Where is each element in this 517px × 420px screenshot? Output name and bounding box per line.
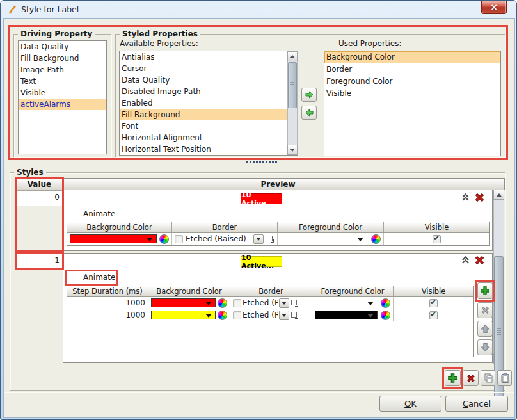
used-item[interactable]: Foreground Color	[324, 76, 500, 88]
used-item-selected[interactable]: Background Color	[324, 51, 500, 63]
scroll-up-button[interactable]	[287, 51, 298, 61]
delete-style-icon[interactable]	[473, 254, 486, 268]
preview-column-header[interactable]: Preview	[63, 179, 493, 190]
available-item[interactable]: Cursor	[120, 63, 298, 74]
border-checkbox[interactable]	[175, 235, 183, 243]
available-item[interactable]: Horizontal Alignment	[120, 132, 298, 143]
style1-animation-table: Step Duration (ms) Background Color Bord…	[67, 286, 474, 357]
move-to-available-button[interactable]	[301, 106, 317, 120]
color-wheel-icon[interactable]	[371, 234, 381, 244]
close-button[interactable]: ×	[481, 1, 507, 14]
border-editor-icon[interactable]	[290, 311, 299, 319]
background-color-dropdown[interactable]	[151, 298, 216, 307]
color-wheel-icon[interactable]	[218, 298, 227, 308]
move-up-icon	[481, 324, 490, 334]
add-step-button[interactable]	[477, 282, 493, 299]
dropdown-arrow-icon[interactable]	[253, 234, 264, 244]
style1-table-header: Step Duration (ms) Background Color Bord…	[67, 286, 473, 297]
available-item[interactable]: Enabled	[120, 97, 298, 109]
style0-table-header: Background Color Border Foreground Color…	[67, 222, 489, 233]
style0-value-cell[interactable]: 0	[16, 190, 63, 206]
border-editor-icon[interactable]	[266, 235, 274, 243]
available-item[interactable]: Data Quality	[120, 74, 298, 86]
move-to-used-button[interactable]	[301, 88, 317, 102]
move-right-icon	[305, 90, 314, 99]
available-item[interactable]: Antialias	[120, 51, 298, 63]
styles-title: Styles	[14, 168, 46, 177]
border-editor-icon[interactable]	[290, 299, 299, 307]
dropdown-arrow-icon[interactable]	[279, 298, 289, 308]
background-color-dropdown[interactable]	[70, 234, 157, 243]
col-background-color: Background Color	[67, 222, 172, 232]
window-title: Style for Label	[21, 4, 79, 14]
scroll-up-button[interactable]	[493, 190, 504, 200]
ok-button[interactable]: OK	[379, 396, 441, 412]
used-properties-list: Background Color Border Foreground Color…	[324, 51, 501, 156]
cancel-button[interactable]: Cancel	[445, 396, 508, 412]
col-visible: Visible	[384, 222, 489, 232]
col-border: Border	[172, 222, 278, 232]
col-foreground-color: Foreground Color	[312, 286, 394, 296]
driving-item[interactable]: Visible	[19, 87, 106, 99]
move-down-icon	[481, 343, 490, 352]
scroll-up-icon	[497, 193, 502, 197]
add-style-icon	[447, 373, 458, 384]
available-item-selected[interactable]: Fill Background	[120, 109, 298, 120]
border-checkbox[interactable]	[233, 299, 241, 307]
style1-value-cell[interactable]: 1	[16, 254, 63, 270]
driving-item[interactable]: Image Path	[19, 64, 106, 76]
col-border: Border	[230, 286, 312, 296]
driving-item[interactable]: Data Quality	[19, 41, 106, 52]
dialog-window: Style for Label × Driving Property Data …	[0, 0, 517, 420]
color-wheel-icon[interactable]	[159, 234, 169, 244]
copy-icon	[483, 373, 493, 384]
styled-properties-title: Styled Properties	[120, 29, 200, 38]
animation-step-row: 1000 Etched (Raised) ✔	[67, 309, 473, 321]
color-wheel-icon[interactable]	[381, 311, 390, 320]
available-item[interactable]: Disabled Image Path	[120, 86, 298, 97]
step-duration-cell[interactable]: 1000	[67, 309, 148, 321]
delete-step-button[interactable]	[477, 302, 493, 318]
background-color-dropdown[interactable]	[151, 311, 216, 319]
available-item[interactable]: Horizontal Text Position	[120, 143, 298, 155]
color-wheel-icon[interactable]	[218, 311, 227, 320]
border-checkbox[interactable]	[233, 311, 241, 319]
style1-animate-label: Animate	[83, 273, 115, 282]
scroll-thumb[interactable]	[288, 62, 297, 108]
move-step-down-button[interactable]	[477, 339, 493, 355]
step-duration-cell[interactable]: 1000	[67, 297, 148, 309]
splitter-handle[interactable]	[246, 161, 277, 163]
close-icon: ×	[490, 3, 498, 12]
col-step-duration: Step Duration (ms)	[67, 286, 148, 296]
driving-item[interactable]: Text	[19, 76, 106, 87]
copy-style-button[interactable]	[481, 370, 495, 386]
delete-style-button[interactable]	[463, 370, 479, 386]
driving-item[interactable]: Fill Background	[19, 52, 106, 64]
scroll-down-icon	[290, 149, 295, 152]
available-item[interactable]: Font	[120, 120, 298, 132]
color-wheel-icon[interactable]	[381, 298, 390, 308]
dropdown-arrow-icon[interactable]	[279, 311, 289, 320]
used-item[interactable]: Border	[324, 63, 500, 76]
visible-checkbox[interactable]: ✔	[433, 235, 441, 243]
available-properties-label: Available Properties:	[120, 39, 198, 48]
ok-label: OK	[404, 399, 417, 408]
header-corner	[493, 179, 504, 190]
style0-preview-label: 10 Active...	[241, 193, 282, 204]
collapse-icon[interactable]	[461, 193, 470, 204]
collapse-icon[interactable]	[461, 255, 470, 266]
driving-item-selected[interactable]: activeAlarms	[19, 99, 106, 110]
visible-checkbox[interactable]: ✔	[429, 311, 438, 319]
paste-style-button[interactable]	[497, 370, 512, 386]
delete-style-icon[interactable]	[473, 191, 486, 206]
scroll-up-icon	[290, 55, 295, 58]
value-column-header[interactable]: Value	[16, 179, 63, 190]
scroll-down-button[interactable]	[287, 145, 298, 155]
foreground-color-dropdown[interactable]	[366, 298, 378, 307]
visible-checkbox[interactable]: ✔	[429, 299, 438, 307]
add-style-button[interactable]	[445, 370, 461, 386]
used-item[interactable]: Visible	[324, 88, 500, 100]
foreground-color-dropdown[interactable]	[356, 234, 367, 243]
foreground-color-dropdown[interactable]	[315, 311, 378, 319]
move-step-up-button[interactable]	[477, 321, 493, 337]
